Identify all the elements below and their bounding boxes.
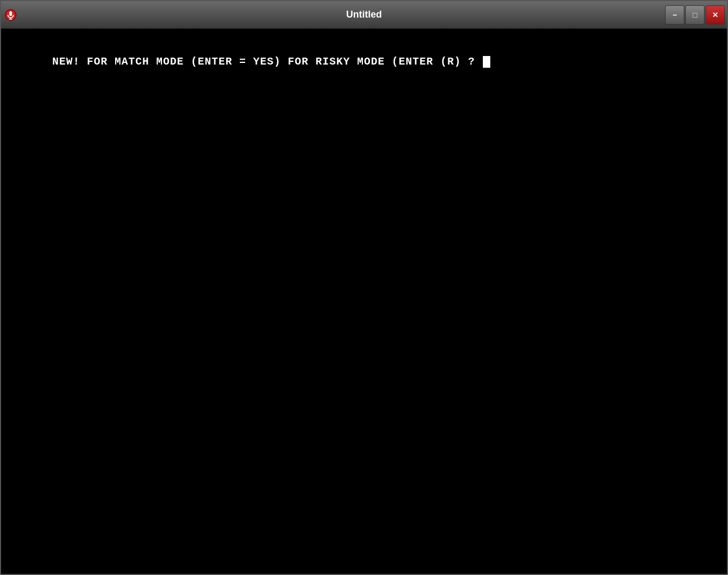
terminal-content: NEW! FOR MATCH MODE (ENTER = YES) FOR RI… — [1, 29, 727, 574]
window-title: Untitled — [346, 9, 382, 20]
title-bar-buttons: − □ ✕ — [665, 5, 725, 25]
maximize-button[interactable]: □ — [685, 5, 705, 25]
app-icon — [3, 7, 18, 22]
prompt-text: NEW! FOR MATCH MODE (ENTER = YES) FOR RI… — [52, 55, 482, 68]
app-logo-icon — [4, 9, 17, 21]
svg-rect-1 — [10, 11, 12, 16]
cursor — [483, 56, 490, 68]
terminal-output: NEW! FOR MATCH MODE (ENTER = YES) FOR RI… — [11, 39, 717, 84]
close-button[interactable]: ✕ — [706, 5, 725, 25]
main-window: Untitled − □ ✕ NEW! FOR MATCH MODE (ENTE… — [0, 0, 728, 575]
minimize-button[interactable]: − — [665, 5, 684, 25]
title-bar: Untitled − □ ✕ — [1, 1, 727, 29]
title-bar-left — [3, 7, 18, 22]
